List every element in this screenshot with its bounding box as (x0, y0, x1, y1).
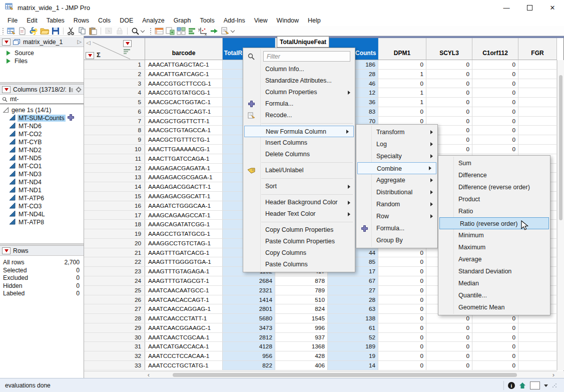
table-cell[interactable]: AAAGGCCTGTCTAG-1 (145, 239, 223, 248)
row-number[interactable]: 17 (84, 211, 145, 220)
toolbar-grip[interactable] (2, 28, 4, 35)
table-cell[interactable]: AAACGCTGTAGCCA-1 (145, 126, 223, 135)
column-header-fgr[interactable]: FGR (518, 38, 557, 60)
table-cell[interactable]: 0 (378, 60, 426, 69)
column-list-item-mt-nd5[interactable]: MT-ND5 (0, 154, 84, 162)
row-number[interactable]: 27 (84, 304, 145, 313)
table-cell[interactable] (518, 342, 557, 351)
column-header-scyl3[interactable]: SCYL3 (426, 38, 472, 60)
table-cell[interactable]: 67 (328, 276, 378, 285)
table-cell[interactable] (518, 88, 557, 97)
menu-item-header-text-color[interactable]: Header Text Color (243, 208, 355, 220)
column-header-c1orf112[interactable]: C1orf112 (472, 38, 518, 60)
table-cell[interactable]: 2801 (223, 304, 275, 313)
row-number[interactable]: 33 (84, 361, 145, 370)
table-cell[interactable]: 0 (378, 323, 426, 332)
table-cell[interactable]: 1545 (275, 314, 328, 323)
menubar-item-analyze[interactable]: Analyze (138, 16, 169, 25)
column-list-item-mt-atp6[interactable]: MT-ATP6 (0, 194, 84, 202)
table-cell[interactable]: 0 (472, 145, 518, 154)
table-cell[interactable]: AAATCCCTGCTATG-1 (145, 361, 223, 370)
table-cell[interactable]: 0 (472, 351, 518, 360)
table-cell[interactable]: AAAGTTTGTAGCGT-1 (145, 276, 223, 285)
table-cell[interactable]: AAAGAGACGGCATT-1 (145, 192, 223, 201)
menu-item-standardize-attributes[interactable]: Standardize Attributes... (243, 75, 355, 87)
columns-search[interactable]: mt- (0, 95, 84, 104)
row-number[interactable]: 2 (84, 70, 145, 79)
row-number[interactable]: 4 (84, 88, 145, 97)
table-cell[interactable]: 0 (426, 333, 472, 342)
table-panel-item-source[interactable]: Source (0, 49, 84, 57)
table-cell[interactable]: AAATCAACCCTATT-1 (145, 314, 223, 323)
sigma-icon[interactable]: Σ (97, 51, 101, 59)
table-panel-item-files[interactable]: Files (0, 57, 84, 65)
menu-item-ratio-reverse-order[interactable]: Ratio (reverse order) (439, 217, 549, 229)
table-cell[interactable]: 0 (378, 351, 426, 360)
table-cell[interactable]: 0 (472, 323, 518, 332)
menu-item-group-by[interactable]: Group By (356, 234, 437, 246)
row-number[interactable]: 6 (84, 107, 145, 116)
menubar-item-tools[interactable]: Tools (195, 16, 219, 25)
table-cell[interactable]: 0 (426, 60, 472, 69)
table-cell[interactable]: 0 (378, 295, 426, 304)
row-number[interactable]: 22 (84, 257, 145, 266)
row-number[interactable]: 24 (84, 276, 145, 285)
row-number[interactable]: 11 (84, 154, 145, 163)
column-list-item-mt-nd1[interactable]: MT-ND1 (0, 186, 84, 194)
row-number[interactable]: 20 (84, 239, 145, 248)
window-list-dropdown-icon[interactable] (544, 384, 548, 387)
row-number[interactable]: 9 (84, 135, 145, 144)
menu-item-standard-deviation[interactable]: Standard Deviation (438, 265, 550, 277)
table-cell[interactable]: 0 (378, 267, 426, 276)
table-cell[interactable]: 428 (275, 351, 328, 360)
menu-item-sort[interactable]: Sort (243, 181, 355, 192)
menu-item-delete-columns[interactable]: Delete Columns (243, 149, 355, 160)
cut-icon[interactable] (66, 27, 77, 36)
info-icon[interactable]: i (508, 382, 515, 389)
row-number[interactable]: 13 (84, 173, 145, 182)
table-cell[interactable]: 14 (328, 361, 378, 370)
menu-item-new-formula-column[interactable]: New Formula Column (244, 126, 354, 137)
table-cell[interactable]: 1368 (275, 342, 328, 351)
table-cell[interactable]: 2684 (223, 276, 275, 285)
row-number[interactable]: 8 (84, 126, 145, 135)
table-cell[interactable] (518, 98, 557, 107)
column-header-dpm1[interactable]: DPM1 (378, 38, 426, 60)
table-cell[interactable]: 189 (328, 342, 378, 351)
gear-icon[interactable] (76, 87, 82, 93)
table-cell[interactable]: 0 (378, 248, 426, 257)
table-cell[interactable]: 0 (378, 361, 426, 370)
data-table-icon[interactable] (154, 27, 165, 36)
menu-item-random[interactable]: Random (356, 198, 437, 210)
column-list-item-mt-nd4[interactable]: MT-ND4 (0, 178, 84, 186)
row-number[interactable]: 10 (84, 145, 145, 154)
table-cell[interactable]: AAATCAACTCGCAA-1 (145, 333, 223, 342)
row-number[interactable]: 32 (84, 351, 145, 360)
menu-item-column-properties[interactable]: Column Properties (243, 87, 355, 98)
row-number[interactable]: 16 (84, 201, 145, 210)
table-cell[interactable]: 822 (223, 361, 275, 370)
table-cell[interactable]: AAAGTTTGATCACG-1 (145, 248, 223, 257)
table-cell[interactable]: 0 (472, 98, 518, 107)
table-cell[interactable]: 138 (328, 314, 378, 323)
table-cell[interactable]: AAACCGTGCTTCCG-1 (145, 79, 223, 88)
open-icon[interactable] (39, 27, 50, 36)
table-cell[interactable]: AAAGTTTGTAGAGA-1 (145, 267, 223, 276)
table-cell[interactable]: 0 (378, 342, 426, 351)
group-expander-icon[interactable] (3, 107, 9, 113)
column-list-item-mt-cyb[interactable]: MT-CYB (0, 138, 84, 146)
formula-editor-icon[interactable] (220, 27, 231, 36)
table-cell[interactable]: 0 (426, 107, 472, 116)
red-triangle-menu-icon[interactable] (2, 247, 11, 254)
hide-columns-icon[interactable]: ◁ (86, 40, 90, 46)
row-number[interactable]: 21 (84, 248, 145, 257)
menubar-item-help[interactable]: Help (303, 16, 325, 25)
table-cell[interactable]: AAACTTGATCCAGA-1 (145, 154, 223, 163)
table-cell[interactable]: 0 (426, 79, 472, 88)
table-cell[interactable]: 0 (426, 342, 472, 351)
menubar-item-window[interactable]: Window (272, 16, 303, 25)
menubar-item-cols[interactable]: Cols (94, 16, 115, 25)
graph-bars-icon[interactable] (187, 27, 198, 36)
column-list-item-mt-nd3[interactable]: MT-ND3 (0, 170, 84, 178)
table-cell[interactable]: AAATCAACAATGCC-1 (145, 286, 223, 295)
